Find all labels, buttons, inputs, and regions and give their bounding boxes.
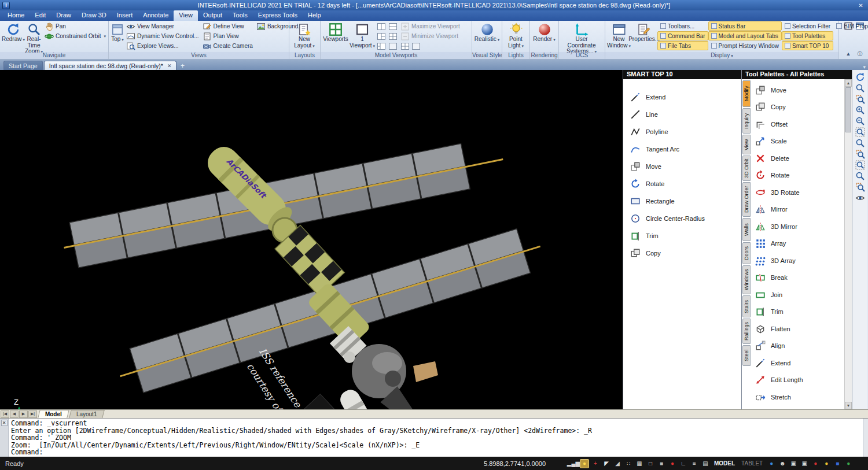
status-ok-icon[interactable]: ● xyxy=(844,459,853,468)
toggle-selection-filter[interactable]: Selection Filter xyxy=(782,21,833,31)
user-icon[interactable]: ☻ xyxy=(778,459,787,468)
smart-item-trim[interactable]: Trim xyxy=(623,227,741,245)
palette-item-3d-rotate[interactable]: 3D Rotate xyxy=(751,184,844,201)
ortho-icon[interactable]: ∟ xyxy=(679,459,688,468)
properties-button[interactable]: Properties... xyxy=(631,21,657,52)
viewport-extra-icon-1[interactable] xyxy=(400,42,410,51)
palette-item-scale[interactable]: Scale xyxy=(751,133,844,150)
warning-yellow-icon[interactable]: ● xyxy=(822,459,831,468)
palette-tab-draw-order[interactable]: Draw Order xyxy=(742,182,751,217)
zoom-previous-button[interactable] xyxy=(854,171,866,182)
smart-item-extend[interactable]: Extend xyxy=(623,88,741,106)
layout-nav-icon-3[interactable]: ▶ xyxy=(19,410,28,418)
palette-tab-steel[interactable]: Steel xyxy=(742,345,751,366)
ribbon-button-plan-view[interactable]: Plan View xyxy=(201,31,255,41)
palette-item-move[interactable]: Move xyxy=(751,82,844,99)
viewport-icon[interactable]: □ xyxy=(646,459,655,468)
monitor-icon[interactable]: ▣ xyxy=(789,459,798,468)
zoom-selected-button[interactable] xyxy=(854,182,866,193)
viewport-split-three-icon[interactable] xyxy=(377,32,386,41)
list-icon[interactable]: ▤ xyxy=(701,459,710,468)
tool-palettes-title[interactable]: Tool Palettes - All Palettes xyxy=(742,70,852,79)
ribbon-button-create-camera[interactable]: Create Camera xyxy=(201,41,255,51)
ribbon-info-icon[interactable]: ⓘ xyxy=(855,50,865,58)
palette-item-stretch[interactable]: Stretch xyxy=(751,388,844,406)
command-close-icon[interactable]: ✕ xyxy=(1,420,8,426)
palette-scrollbar[interactable]: ▲ ▼ xyxy=(844,79,852,409)
palette-item-copy[interactable]: Copy xyxy=(751,99,844,116)
zoom-center-button[interactable] xyxy=(854,138,866,149)
smart-item-copy[interactable]: Copy xyxy=(623,245,741,262)
smart-item-move[interactable]: Move xyxy=(623,158,741,175)
grid-icon[interactable]: ▦ xyxy=(635,459,644,468)
menu-item-insert[interactable]: Insert xyxy=(112,10,138,21)
menu-item-edit[interactable]: Edit xyxy=(30,10,51,21)
zoom-all-button[interactable] xyxy=(854,127,866,138)
realistic-button[interactable]: Realistic▾ xyxy=(474,21,500,52)
model-space-indicator[interactable]: MODEL xyxy=(712,460,737,467)
zoom-window-button[interactable] xyxy=(854,94,866,105)
ribbon-button-define-view[interactable]: Define View xyxy=(201,21,255,31)
layout-tab-model[interactable]: Model xyxy=(38,410,69,418)
palette-tab-walls[interactable]: Walls xyxy=(742,218,751,241)
palette-tab-modify[interactable]: Modify xyxy=(742,80,751,107)
smart-item-line[interactable]: Line xyxy=(623,106,741,123)
one-viewport-button[interactable]: 1 Viewport▾ xyxy=(349,21,376,52)
palette-item-break[interactable]: Break xyxy=(751,269,844,287)
scroll-down-icon[interactable]: ▼ xyxy=(845,402,852,409)
top-view-button[interactable]: Top▾ xyxy=(111,21,124,52)
menu-item-express-tools[interactable]: Express Tools xyxy=(253,10,303,21)
palette-item-offset[interactable]: Offset xyxy=(751,116,844,133)
zoom-realtime-button[interactable] xyxy=(854,83,866,94)
palette-item-edit-length[interactable]: Edit Length xyxy=(751,372,844,389)
palette-item-extend[interactable]: Extend xyxy=(751,354,844,372)
tab-start-page[interactable]: Start Page xyxy=(3,61,43,70)
viewport-split-vertical-icon[interactable] xyxy=(377,22,386,31)
snap-icon[interactable]: ◢ xyxy=(613,459,622,468)
toggle-tool-palettes[interactable]: Tool Palettes xyxy=(782,31,833,40)
viewports-button[interactable]: Viewports xyxy=(322,21,349,52)
menu-item-output[interactable]: Output xyxy=(198,10,227,21)
smart-item-tangent-arc[interactable]: Tangent Arc xyxy=(623,140,741,158)
redraw-button[interactable]: Redraw▾ xyxy=(2,21,25,52)
toggle-file-tabs[interactable]: File Tabs xyxy=(657,41,708,50)
zoom-extents-button[interactable] xyxy=(854,160,866,171)
constrained-orbit-button[interactable]: Constrained Orbit ▾ xyxy=(43,31,108,41)
ribbon-button-explore-views[interactable]: Explore Views... xyxy=(124,41,201,51)
palette-item-rotate[interactable]: Rotate xyxy=(751,167,844,184)
palette-item-mirror[interactable]: Mirror xyxy=(751,201,844,219)
minimize-viewport-button[interactable]: Minimize Viewport xyxy=(399,31,462,41)
app-icon[interactable]: i xyxy=(2,2,10,9)
tablet-indicator[interactable]: TABLET xyxy=(739,460,765,467)
menu-item-home[interactable]: Home xyxy=(2,10,30,21)
palette-tab-inquiry[interactable]: Inquiry xyxy=(742,108,751,134)
palette-item-flatten[interactable]: Flatten xyxy=(751,320,844,338)
lineweight-icon[interactable]: ≡ xyxy=(690,459,699,468)
minimize-ribbon-icon[interactable]: ▲ xyxy=(844,50,853,58)
smart-panel-title[interactable]: SMART TOP 10 xyxy=(623,70,741,79)
maximize-viewport-button[interactable]: Maximize Viewport xyxy=(399,21,462,31)
palette-tab-stairs[interactable]: Stairs xyxy=(742,295,751,317)
viewport-split-three-alt-icon[interactable] xyxy=(377,42,386,51)
palette-item-align[interactable]: Align xyxy=(751,338,844,355)
menu-item-annotate[interactable]: Annotate xyxy=(138,10,174,21)
palette-item-trim[interactable]: Trim xyxy=(751,304,844,321)
lights-icon[interactable]: ● xyxy=(580,459,589,468)
toggle-command-bar[interactable]: Command Bar xyxy=(657,31,708,40)
palette-item-delete[interactable]: Delete xyxy=(751,150,844,167)
viewport-single-icon[interactable] xyxy=(388,42,398,51)
smart-item-circle-center-radius[interactable]: Circle Center-Radius xyxy=(623,210,741,227)
palette-tab-doors[interactable]: Doors xyxy=(742,242,751,264)
toggle-status-bar[interactable]: Status Bar xyxy=(708,21,782,31)
ribbon-button-view-manager[interactable]: View Manager xyxy=(124,21,201,31)
grid-dots-icon[interactable]: ∷ xyxy=(624,459,633,468)
toggle-model-and-layout-tabs[interactable]: Model and Layout Tabs xyxy=(708,31,782,40)
layout-nav-icon-2[interactable]: ◀ xyxy=(10,410,19,418)
crosshair-icon[interactable]: + xyxy=(591,459,600,468)
menu-item-draw-3d[interactable]: Draw 3D xyxy=(76,10,112,21)
cursor-icon[interactable]: ◤ xyxy=(602,459,611,468)
zoom-dynamic-button[interactable] xyxy=(854,149,866,160)
palette-tab-view[interactable]: View xyxy=(742,135,751,154)
layout-nav-icon-4[interactable]: ▶| xyxy=(28,410,37,418)
command-lines[interactable]: Command: _vscurrentEnter an option [2DWi… xyxy=(9,419,863,457)
